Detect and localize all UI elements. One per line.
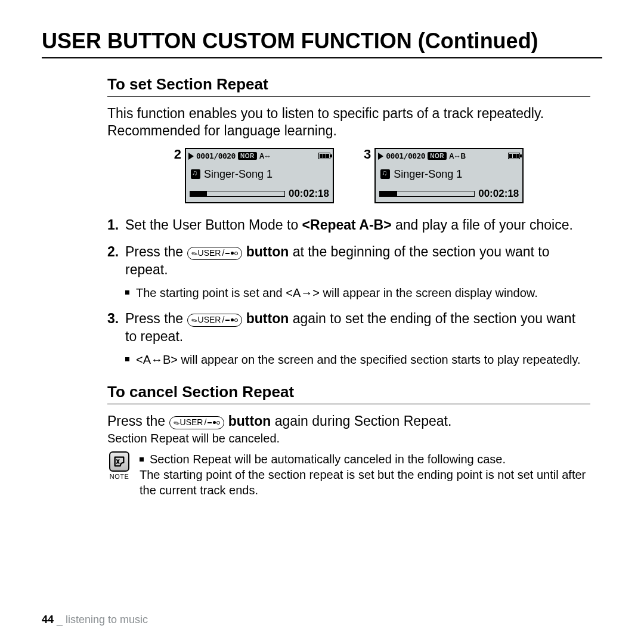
play-icon [378, 153, 383, 160]
cancel-instruction: Press the ✎USER/ button again during Sec… [107, 413, 590, 431]
progress-bar [190, 191, 285, 197]
screen-3: 3 0001/0020 NOR A↔B Singer-Song 1 00:02:… [364, 148, 524, 203]
song-title: Singer-Song 1 [394, 168, 462, 181]
song-title: Singer-Song 1 [204, 168, 273, 181]
section-set-repeat: To set Section Repeat This function enab… [42, 75, 602, 367]
page-title: USER BUTTON CUSTOM FUNCTION (Continued) [42, 29, 602, 58]
elapsed-time: 00:02:18 [478, 188, 519, 200]
note-body: The starting point of the section repeat… [140, 467, 590, 498]
note-icon [109, 451, 129, 472]
note-label: NOTE [110, 473, 129, 480]
heading-set: To set Section Repeat [107, 75, 590, 97]
music-note-icon [191, 169, 200, 179]
user-button-icon: ✎USER/ [169, 416, 225, 429]
screen-number: 3 [364, 147, 371, 162]
intro-text: This function enables you to listen to s… [107, 105, 590, 140]
page-number: 44 [42, 614, 54, 626]
user-button-icon: ✎USER/ [187, 314, 243, 327]
page-footer: 44 _ listening to music [42, 614, 148, 626]
heading-cancel: To cancel Section Repeat [107, 383, 590, 404]
ab-indicator: A↔ [259, 152, 271, 160]
battery-icon [318, 153, 330, 159]
eq-mode: NOR [428, 152, 447, 160]
screen-row: 2 0001/0020 NOR A↔ Singer-Song 1 00:02:1… [107, 148, 590, 203]
step-3: Press the ✎USER/ button again to set the… [107, 310, 590, 367]
ab-indicator: A↔B [449, 152, 466, 160]
chapter-name: listening to music [66, 614, 148, 626]
track-counter: 0001/0020 [196, 151, 236, 160]
cancel-result: Section Repeat will be canceled. [107, 432, 590, 445]
play-icon [188, 153, 194, 160]
note-block: NOTE Section Repeat will be automaticall… [107, 451, 590, 498]
step-2-note: The starting point is set and <A→> will … [125, 285, 590, 301]
screen-number: 2 [174, 147, 181, 162]
elapsed-time: 00:02:18 [289, 188, 329, 200]
eq-mode: NOR [238, 152, 257, 160]
music-note-icon [380, 169, 390, 179]
step-3-note: <A↔B> will appear on the screen and the … [125, 352, 590, 367]
battery-icon [508, 153, 520, 159]
steps-list: Set the User Button Mode to <Repeat A-B>… [107, 216, 590, 367]
lcd-display: 0001/0020 NOR A↔B Singer-Song 1 00:02:18 [374, 148, 524, 203]
step-2: Press the ✎USER/ button at the beginning… [107, 243, 590, 301]
step-1: Set the User Button Mode to <Repeat A-B>… [107, 216, 590, 234]
note-lead: Section Repeat will be automatically can… [140, 451, 590, 467]
user-button-icon: ✎USER/ [187, 247, 243, 260]
progress-bar [379, 191, 475, 197]
lcd-display: 0001/0020 NOR A↔ Singer-Song 1 00:02:18 [185, 148, 334, 203]
screen-2: 2 0001/0020 NOR A↔ Singer-Song 1 00:02:1… [174, 148, 334, 203]
section-cancel-repeat: To cancel Section Repeat Press the ✎USER… [42, 383, 602, 498]
track-counter: 0001/0020 [386, 151, 425, 160]
